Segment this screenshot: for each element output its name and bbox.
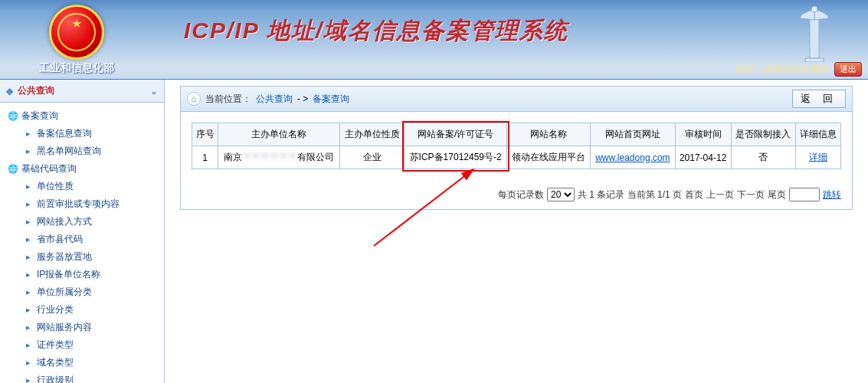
app-title: ICP/IP 地址/域名信息备案管理系统: [184, 15, 568, 47]
pager: 每页记录数 20 共 1 条记录 当前第 1/1 页 首页 上一页 下一页 尾页…: [181, 180, 852, 209]
page-icon: ▸: [23, 129, 34, 139]
welcome-text: 您好，欢迎访问本系统!: [735, 63, 830, 76]
home-icon[interactable]: ⌂: [187, 92, 201, 106]
sidebar-item[interactable]: ▸前置审批或专项内容: [3, 195, 159, 213]
sidebar-group[interactable]: 🌐备案查询: [3, 107, 159, 125]
col-1: 主办单位名称: [218, 123, 340, 146]
page-icon: ▸: [23, 253, 34, 262]
crumb-record-query[interactable]: 备案查询: [313, 93, 349, 106]
detail-link[interactable]: 详细: [809, 152, 827, 162]
page-icon: ▸: [23, 376, 34, 384]
huabiao-decoration: [791, 5, 837, 62]
page-icon: ▸: [23, 341, 34, 350]
back-button[interactable]: 返 回: [792, 90, 846, 108]
col-8: 详细信息: [795, 123, 840, 146]
col-4: 网站名称: [507, 123, 591, 146]
sidebar: ◆ 公共查询 ⌄ 🌐备案查询▸备案信息查询▸黑名单网站查询🌐基础代码查询▸单位性…: [0, 80, 165, 383]
sidebar-item[interactable]: ▸备案信息查询: [3, 125, 159, 142]
breadcrumb: ⌂ 当前位置： 公共查询 - > 备案查询 返 回: [181, 87, 852, 112]
sidebar-item[interactable]: ▸单位所属分类: [3, 283, 159, 301]
welcome-bar: 您好，欢迎访问本系统! 退出: [735, 62, 862, 77]
page-icon: ▸: [23, 200, 34, 209]
cell-date: 2017-04-12: [675, 146, 731, 169]
sidebar-item[interactable]: ▸黑名单网站查询: [3, 142, 159, 160]
cell-limit: 否: [731, 146, 795, 169]
page-icon: ▸: [23, 270, 34, 280]
col-6: 审核时间: [675, 123, 731, 146]
emblem-logo: ★ 工业和信息化部: [38, 5, 115, 66]
col-2: 主办单位性质: [340, 123, 405, 146]
cell-index: 1: [192, 146, 218, 169]
cell-url: www.leadong.com: [591, 146, 675, 169]
sidebar-title[interactable]: ◆ 公共查询 ⌄: [0, 80, 164, 103]
col-0: 序号: [192, 123, 218, 146]
logout-button[interactable]: 退出: [834, 62, 862, 77]
pager-last[interactable]: 尾页: [768, 188, 786, 201]
content-panel: ⌂ 当前位置： 公共查询 - > 备案查询 返 回 序号主办单位名称主办单位性质…: [180, 86, 853, 210]
page-icon: ▸: [23, 323, 34, 332]
sidebar-item[interactable]: ▸服务器放置地: [3, 248, 159, 266]
col-5: 网站首页网址: [591, 123, 675, 146]
sidebar-group[interactable]: 🌐基础代码查询: [3, 160, 159, 178]
col-3: 网站备案/许可证号: [405, 123, 507, 146]
results-table: 序号主办单位名称主办单位性质网站备案/许可证号网站名称网站首页网址审核时间是否限…: [192, 123, 841, 169]
app-header: ★ 工业和信息化部 ICP/IP 地址/域名信息备案管理系统 您好，欢迎访问本系…: [0, 0, 868, 80]
page-icon: ▸: [23, 235, 34, 244]
page-icon: ▸: [23, 182, 34, 192]
svg-rect-0: [810, 18, 819, 58]
table-row: 1 南京＊＊＊＊＊＊有限公司 企业 苏ICP备17012459号-2 领动在线应…: [192, 146, 841, 169]
ministry-name: 工业和信息化部: [38, 61, 115, 75]
cell-nature: 企业: [340, 146, 405, 169]
col-7: 是否限制接入: [731, 123, 795, 146]
cell-icp: 苏ICP备17012459号-2: [405, 146, 507, 169]
sidebar-item[interactable]: ▸行政级别: [3, 372, 159, 383]
pager-goto-input[interactable]: [789, 188, 820, 201]
sidebar-item[interactable]: ▸IP报备单位名称: [3, 266, 159, 283]
page-icon: ▸: [23, 288, 34, 297]
pager-first[interactable]: 首页: [685, 188, 703, 201]
crumb-public-query[interactable]: 公共查询: [256, 93, 293, 106]
site-url-link[interactable]: www.leadong.com: [595, 152, 670, 163]
sidebar-item[interactable]: ▸网站接入方式: [3, 213, 159, 231]
sidebar-item[interactable]: ▸证件类型: [3, 336, 159, 354]
sidebar-item[interactable]: ▸省市县代码: [3, 231, 159, 248]
page-icon: ▸: [23, 147, 34, 156]
chevron-down-icon: ◆: [6, 86, 13, 97]
pager-go-link[interactable]: 跳转: [823, 188, 841, 201]
chevron-down-icon: ⌄: [150, 86, 158, 97]
cell-detail: 详细: [795, 146, 840, 169]
globe-icon: 🌐: [8, 112, 18, 121]
page-size-select[interactable]: 20: [547, 188, 575, 201]
page-icon: ▸: [23, 306, 34, 315]
pager-prev[interactable]: 上一页: [706, 188, 734, 201]
sidebar-item[interactable]: ▸单位性质: [3, 178, 159, 195]
page-icon: ▸: [23, 218, 34, 227]
cell-sitename: 领动在线应用平台: [507, 146, 591, 169]
svg-point-1: [811, 6, 817, 12]
page-icon: ▸: [23, 358, 34, 368]
sidebar-item[interactable]: ▸行业分类: [3, 301, 159, 319]
globe-icon: 🌐: [8, 165, 18, 174]
main-content: ⌂ 当前位置： 公共查询 - > 备案查询 返 回 序号主办单位名称主办单位性质…: [165, 80, 868, 216]
pager-next[interactable]: 下一页: [737, 188, 765, 201]
sidebar-item[interactable]: ▸域名类型: [3, 354, 159, 372]
cell-unit: 南京＊＊＊＊＊＊有限公司: [218, 146, 340, 169]
sidebar-item[interactable]: ▸网站服务内容: [3, 319, 159, 336]
